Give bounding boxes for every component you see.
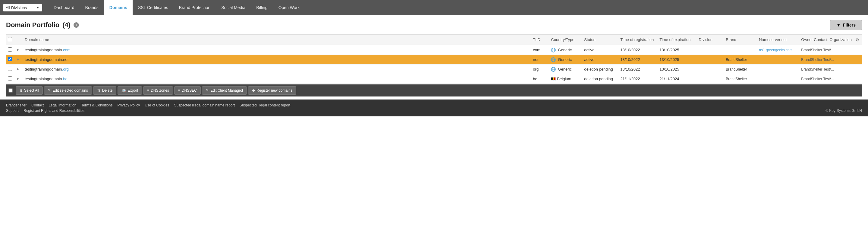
divisions-label: All Divisions: [6, 5, 27, 10]
nav-item-social-media[interactable]: Social Media: [216, 0, 251, 15]
export-button[interactable]: 🚐 Export: [118, 86, 142, 95]
row-brand-cell: BrandShelter: [724, 55, 757, 64]
pencil-icon: ✎: [206, 88, 209, 93]
row-status-cell: deletion pending: [582, 64, 618, 74]
footer-link-legal[interactable]: Legal information: [49, 103, 76, 107]
export-icon: 🚐: [121, 88, 126, 93]
delete-button[interactable]: 🗑 Delete: [93, 86, 117, 95]
edit-selected-button[interactable]: ✎ Edit selected domains: [44, 86, 92, 95]
row-checkbox-cell: [6, 64, 15, 74]
nav-item-dashboard[interactable]: Dashboard: [48, 0, 80, 15]
expand-arrow-2[interactable]: ▶: [17, 67, 21, 71]
filters-button[interactable]: ▼ Filters: [830, 20, 862, 30]
footer-link-registrant[interactable]: Registrant Rights and Responsibilities: [24, 109, 84, 113]
nav-item-brand-protection[interactable]: Brand Protection: [174, 0, 216, 15]
nav-item-brands[interactable]: Brands: [80, 0, 104, 15]
row-division-cell: [697, 45, 724, 55]
row-exp-cell: 13/10/2025: [658, 45, 697, 55]
nav-item-domains[interactable]: Domains: [104, 0, 133, 15]
row-gear-cell: [854, 45, 862, 55]
row-exp-cell: 21/11/2024: [658, 74, 697, 84]
footer-link-illegal-content[interactable]: Suspected illegal content report: [240, 103, 290, 107]
domain-base: testingtrainingdomain: [25, 48, 62, 52]
country-type-label: Generic: [558, 48, 572, 52]
row-expand-cell: ▶: [15, 45, 23, 55]
row-tld-cell: com: [531, 45, 549, 55]
select-all-header-checkbox[interactable]: [8, 37, 12, 41]
table-row: ▶ testingtrainingdomain.org org Generic …: [6, 64, 862, 74]
row-gear-cell: [854, 55, 862, 64]
register-icon: ⊕: [252, 88, 255, 93]
th-exp: Time of expiration: [658, 35, 697, 45]
select-all-label: Select All: [24, 88, 39, 93]
row-tld-cell: be: [531, 74, 549, 84]
footer-link-cookies[interactable]: Use of Cookies: [145, 103, 169, 107]
action-bar-checkbox[interactable]: [8, 88, 13, 93]
register-new-button[interactable]: ⊕ Register new domains: [248, 86, 296, 95]
row-checkbox-1[interactable]: [8, 57, 12, 61]
row-ns-cell: [757, 74, 799, 84]
dns-zones-button[interactable]: ≡ DNS zones: [143, 86, 173, 95]
footer-link-brandshelter[interactable]: Brandshelter: [6, 103, 27, 107]
dnssec-icon: ≡: [178, 88, 180, 93]
row-checkbox-3[interactable]: [8, 76, 12, 81]
gear-icon[interactable]: ⚙: [855, 37, 859, 42]
top-nav: All Divisions ▼ Dashboard Brands Domains…: [0, 0, 868, 15]
nav-item-ssl[interactable]: SSL Certificates: [133, 0, 174, 15]
row-division-cell: [697, 74, 724, 84]
edit-client-managed-button[interactable]: ✎ Edit Client Managed: [202, 86, 247, 95]
expand-arrow-1[interactable]: ▶: [17, 58, 21, 62]
footer-link-privacy[interactable]: Privacy Policy: [118, 103, 140, 107]
footer-link-contact[interactable]: Contact: [31, 103, 44, 107]
page-title-area: Domain Portfolio (4) i: [6, 21, 79, 29]
row-status-cell: active: [582, 55, 618, 64]
row-domain-cell: testingtrainingdomain.org: [23, 64, 531, 74]
chevron-down-icon: ▼: [36, 6, 39, 9]
th-domain-name: Domain name: [23, 35, 531, 45]
row-owner-cell: BrandShelter Test/...: [799, 45, 854, 55]
country-type-cell: Generic: [551, 67, 581, 72]
expand-arrow-3[interactable]: ▶: [17, 77, 21, 81]
row-checkbox-0[interactable]: [8, 47, 12, 52]
domain-base: testingtrainingdomain: [25, 67, 62, 71]
row-reg-cell: 21/11/2022: [618, 74, 658, 84]
footer-link-illegal-domain[interactable]: Suspected illegal domain name report: [174, 103, 235, 107]
row-tld-cell: org: [531, 64, 549, 74]
domain-count: (4): [62, 21, 70, 29]
row-checkbox-2[interactable]: [8, 67, 12, 71]
dnssec-button[interactable]: ≡ DNSSEC: [174, 86, 201, 95]
footer: Brandshelter Contact Legal information T…: [0, 99, 868, 116]
table-row: ▶ testingtrainingdomain.com com Generic …: [6, 45, 862, 55]
footer-link-terms[interactable]: Terms & Conditions: [81, 103, 113, 107]
nav-item-billing[interactable]: Billing: [251, 0, 273, 15]
domain-ext: .org: [62, 67, 69, 71]
info-icon[interactable]: i: [73, 22, 79, 28]
register-new-label: Register new domains: [256, 88, 292, 93]
row-country-cell: Generic: [549, 64, 582, 74]
country-type-label: Generic: [558, 67, 572, 71]
country-type-label: Belgium: [557, 77, 571, 81]
owner-value: BrandShelter Test/...: [801, 58, 834, 62]
th-gear: ⚙: [854, 35, 862, 45]
row-domain-cell: testingtrainingdomain.com: [23, 45, 531, 55]
row-reg-cell: 13/10/2022: [618, 45, 658, 55]
row-expand-cell: ▶: [15, 64, 23, 74]
nav-items: Dashboard Brands Domains SSL Certificate…: [48, 0, 865, 15]
row-reg-cell: 13/10/2022: [618, 55, 658, 64]
owner-value: BrandShelter Test/...: [801, 77, 834, 81]
ns-value: ns1.greengeeks.com: [759, 48, 792, 52]
page-header: Domain Portfolio (4) i ▼ Filters: [6, 20, 862, 30]
footer-link-support[interactable]: Support: [6, 109, 19, 113]
table-header: Domain name TLD Country/Type Status Time…: [6, 35, 862, 45]
th-division: Division: [697, 35, 724, 45]
domain-table: Domain name TLD Country/Type Status Time…: [6, 34, 862, 84]
divisions-dropdown[interactable]: All Divisions ▼: [3, 4, 42, 11]
row-division-cell: [697, 64, 724, 74]
nav-item-open-work[interactable]: Open Work: [273, 0, 305, 15]
select-all-button[interactable]: ⊕ Select All: [16, 86, 43, 95]
expand-arrow-0[interactable]: ▶: [17, 48, 21, 52]
dnssec-label: DNSSEC: [182, 88, 197, 93]
dns-zones-label: DNS zones: [151, 88, 169, 93]
row-exp-cell: 13/10/2025: [658, 55, 697, 64]
row-brand-cell: BrandShelter: [724, 64, 757, 74]
